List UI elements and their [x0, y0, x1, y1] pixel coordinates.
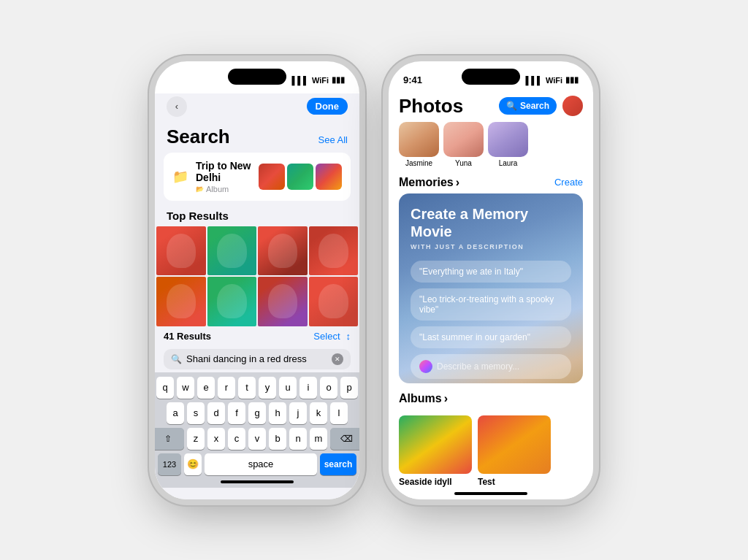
key-w[interactable]: w	[177, 377, 194, 399]
memory-card[interactable]: Create a Memory Movie WITH JUST A DESCRI…	[399, 193, 583, 383]
results-actions: Select ↕	[313, 331, 351, 342]
key-z[interactable]: z	[187, 428, 205, 450]
key-q[interactable]: q	[156, 377, 174, 399]
album-suggestion-card[interactable]: 📁 Trip to New Delhi 📂 Album	[164, 153, 351, 201]
memory-suggestion-2[interactable]: "Leo trick-or-treating with a spooky vib…	[411, 288, 571, 321]
album-cover-test	[478, 415, 551, 474]
key-search[interactable]: search	[320, 453, 356, 475]
status-icons-phone2: ▌▌▌ WiFi ▮▮▮	[525, 75, 579, 85]
key-r[interactable]: r	[218, 377, 235, 399]
person-laura[interactable]: Laura	[488, 122, 528, 167]
album-info: Trip to New Delhi 📂 Album	[196, 160, 251, 193]
key-p[interactable]: p	[340, 377, 358, 399]
album-folder-icon: 📂	[196, 185, 204, 193]
back-button[interactable]: ‹	[167, 96, 187, 117]
photo-cell-3[interactable]	[258, 226, 308, 276]
search-page-title: Search	[167, 126, 230, 148]
home-indicator-phone2	[454, 492, 527, 495]
key-m[interactable]: m	[310, 428, 327, 450]
photo-cell-8[interactable]	[309, 277, 359, 326]
memories-chevron: ›	[456, 176, 459, 189]
phone1-nav-header: ‹ Done	[155, 93, 359, 123]
phone2-content: Photos 🔍 Search Jasmine Yuna Laura	[389, 93, 593, 499]
album-seaside[interactable]: Seaside idyll 63	[399, 415, 472, 488]
key-shift[interactable]: ⇧	[155, 428, 184, 450]
memory-card-subtitle: WITH JUST A DESCRIPTION	[411, 243, 571, 250]
person-avatar-jasmine	[399, 122, 439, 157]
key-o[interactable]: o	[320, 377, 337, 399]
battery-icon-p2: ▮▮▮	[565, 75, 579, 85]
see-all-button[interactable]: See All	[318, 134, 348, 145]
key-a[interactable]: a	[167, 402, 184, 424]
key-g[interactable]: g	[248, 402, 266, 424]
search-pill-button[interactable]: 🔍 Search	[499, 97, 557, 115]
signal-icon: ▌▌▌	[291, 76, 308, 85]
albums-strip: Seaside idyll 63 Test 159	[389, 415, 593, 488]
home-indicator-phone1	[221, 480, 294, 483]
album-title-test: Test	[478, 477, 551, 487]
results-bar: 41 Results Select ↕	[155, 326, 359, 346]
key-i[interactable]: i	[299, 377, 317, 399]
search-input-bar[interactable]: 🔍 Shani dancing in a red dress ✕	[164, 349, 351, 369]
top-results-label: Top Results	[155, 207, 359, 226]
memory-suggestion-1[interactable]: "Everything we ate in Italy"	[411, 261, 571, 283]
photo-cell-2[interactable]	[207, 226, 257, 276]
keyboard-row-2: a s d f g h j k l	[158, 402, 356, 424]
memory-describe-input[interactable]: Describe a memory...	[411, 354, 571, 379]
memories-section-title[interactable]: Memories ›	[399, 176, 459, 189]
key-u[interactable]: u	[279, 377, 297, 399]
user-avatar[interactable]	[562, 96, 583, 116]
album-test[interactable]: Test 159	[478, 415, 551, 488]
person-name-yuna: Yuna	[455, 159, 472, 167]
photo-grid	[156, 226, 358, 326]
person-yuna[interactable]: Yuna	[443, 122, 484, 167]
keyboard-row-1: q w e r t y u i o p	[158, 377, 356, 399]
person-jasmine[interactable]: Jasmine	[399, 122, 439, 167]
key-h[interactable]: h	[269, 402, 286, 424]
photo-cell-6[interactable]	[207, 277, 257, 326]
key-b[interactable]: b	[269, 428, 286, 450]
person-name-jasmine: Jasmine	[405, 159, 432, 167]
key-backspace[interactable]: ⌫	[330, 428, 359, 450]
select-button[interactable]: Select	[313, 331, 340, 342]
key-f[interactable]: f	[228, 402, 245, 424]
key-emoji[interactable]: 😊	[184, 453, 202, 475]
photo-cell-4[interactable]	[309, 226, 359, 276]
phone-photos: 9:41 ▌▌▌ WiFi ▮▮▮ Photos 🔍 Search Jasmin…	[389, 61, 593, 499]
key-d[interactable]: d	[207, 402, 225, 424]
photo-cell-5[interactable]	[156, 277, 206, 326]
memory-suggestion-3[interactable]: "Last summer in our garden"	[411, 326, 571, 348]
search-pill-icon: 🔍	[506, 101, 517, 111]
key-k[interactable]: k	[310, 402, 327, 424]
key-s[interactable]: s	[187, 402, 205, 424]
key-space[interactable]: space	[205, 453, 317, 475]
key-j[interactable]: j	[289, 402, 307, 424]
memory-input-placeholder: Describe a memory...	[437, 361, 519, 372]
key-y[interactable]: y	[259, 377, 276, 399]
album-subtitle: 📂 Album	[196, 185, 251, 193]
album-title: Trip to New Delhi	[196, 160, 251, 183]
album-icon: 📁	[172, 169, 188, 185]
memories-create-button[interactable]: Create	[554, 177, 583, 188]
key-v[interactable]: v	[248, 428, 266, 450]
key-c[interactable]: c	[228, 428, 245, 450]
key-numbers[interactable]: 123	[158, 453, 181, 475]
photo-cell-1[interactable]	[156, 226, 206, 276]
photo-cell-7[interactable]	[258, 277, 308, 326]
album-thumbnails	[259, 164, 342, 190]
key-n[interactable]: n	[289, 428, 307, 450]
keyboard: q w e r t y u i o p a s d f g h j k l	[155, 372, 359, 488]
albums-section-title[interactable]: Albums ›	[399, 392, 448, 405]
album-thumb-3	[316, 164, 342, 190]
signal-icon-p2: ▌▌▌	[525, 76, 542, 85]
key-x[interactable]: x	[207, 428, 225, 450]
memory-card-title: Create a Memory Movie	[411, 205, 571, 240]
sort-icon[interactable]: ↕	[346, 331, 351, 342]
albums-section-header: Albums ›	[389, 389, 593, 410]
search-input-text[interactable]: Shani dancing in a red dress	[186, 353, 327, 364]
search-clear-button[interactable]: ✕	[332, 353, 343, 365]
key-t[interactable]: t	[238, 377, 256, 399]
key-e[interactable]: e	[197, 377, 215, 399]
done-button[interactable]: Done	[307, 98, 348, 115]
key-l[interactable]: l	[330, 402, 348, 424]
